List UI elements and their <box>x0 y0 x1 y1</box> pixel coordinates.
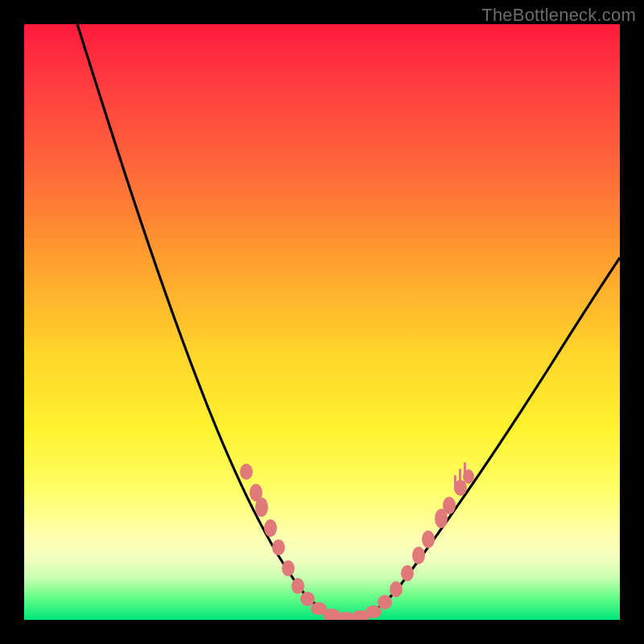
watermark-text: TheBottleneck.com <box>481 5 636 26</box>
marker-dot <box>255 497 268 517</box>
marker-tick <box>459 469 461 481</box>
plot-area <box>24 24 620 620</box>
marker-dot <box>365 605 382 618</box>
marker-dot <box>300 592 315 606</box>
marker-dot <box>264 519 277 537</box>
marker-dot <box>378 595 392 609</box>
marker-dot <box>282 560 295 576</box>
marker-tick <box>464 462 466 473</box>
marker-dot <box>240 464 253 480</box>
bottleneck-curve <box>24 24 620 620</box>
marker-dot <box>401 565 414 581</box>
marker-tick <box>454 475 456 489</box>
marker-dot <box>412 547 425 564</box>
marker-dot <box>443 497 456 514</box>
chart-frame: TheBottleneck.com <box>0 0 644 644</box>
marker-dot <box>390 581 402 597</box>
marker-dot <box>272 539 285 555</box>
marker-dot <box>422 530 435 548</box>
marker-dot <box>291 578 304 594</box>
curve-path <box>77 24 620 620</box>
